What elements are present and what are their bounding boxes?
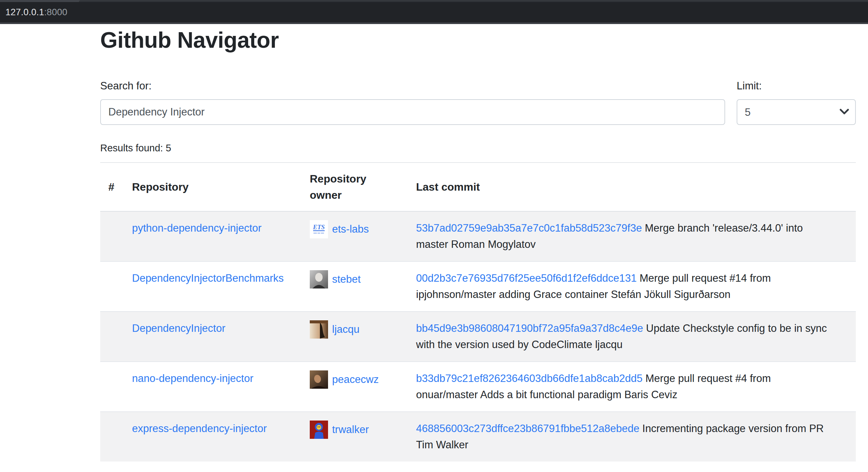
browser-url-bar[interactable]: 127.0.0.1:8000 xyxy=(0,2,868,22)
table-row: DependencyInjector ljacqu xyxy=(100,312,856,362)
owner-link[interactable]: ljacqu xyxy=(332,321,360,338)
owner-cell: trwalker xyxy=(310,421,400,439)
url-port: :8000 xyxy=(44,7,67,18)
table-row: python-dependency-injector ETS ets-labs xyxy=(100,211,856,261)
table-header-row: # Repository Repository owner Last commi… xyxy=(100,163,856,211)
url-host: 127.0.0.1 xyxy=(5,7,44,18)
lego-spaceman-avatar-icon xyxy=(310,421,328,439)
search-column: Search for: xyxy=(100,79,725,125)
col-header-repository: Repository xyxy=(124,163,302,211)
repo-link[interactable]: python-dependency-injector xyxy=(132,222,262,234)
row-index-cell xyxy=(100,362,124,412)
commit-hash-link[interactable]: 00d2b3c7e76935d76f25ee50f6d1f2ef6ddce131 xyxy=(416,272,637,284)
dark-portrait-avatar-icon xyxy=(310,370,328,389)
commit-hash-link[interactable]: bb45d9e3b98608047190bf72a95fa9a37d8c4e9e xyxy=(416,322,643,334)
browser-tab-strip xyxy=(0,0,868,2)
chrome-divider xyxy=(0,22,868,24)
limit-select-wrap: 5 xyxy=(737,99,856,125)
cat-photo-avatar-icon xyxy=(310,320,328,339)
owner-link[interactable]: trwalker xyxy=(332,422,369,438)
owner-cell: peacecwz xyxy=(310,370,400,389)
search-label: Search for: xyxy=(100,79,725,93)
repo-link[interactable]: DependencyInjectorBenchmarks xyxy=(132,272,284,284)
owner-link[interactable]: ets-labs xyxy=(332,221,369,237)
table-row: nano-dependency-injector peacecwz xyxy=(100,362,856,412)
repo-link[interactable]: express-dependency-injector xyxy=(132,423,267,434)
limit-label: Limit: xyxy=(737,79,856,93)
ets-labs-logo-icon: ETS xyxy=(310,220,328,238)
page-title: Github Navigator xyxy=(100,26,856,53)
col-header-index: # xyxy=(100,163,124,211)
controls-row: Search for: Limit: 5 xyxy=(100,79,856,125)
results-count: Results found: 5 xyxy=(100,141,856,155)
browser-active-tab[interactable] xyxy=(79,0,868,2)
owner-cell: ljacqu xyxy=(310,320,400,339)
table-row: express-dependency-injector trwalker xyxy=(100,412,856,462)
results-table: # Repository Repository owner Last commi… xyxy=(100,162,856,462)
table-row: DependencyInjectorBenchmarks stebet xyxy=(100,261,856,312)
commit-hash-link[interactable]: 468856003c273dffce23b86791fbbe512a8ebede xyxy=(416,423,639,434)
row-index-cell xyxy=(100,312,124,362)
search-input[interactable] xyxy=(100,99,725,125)
repo-link[interactable]: DependencyInjector xyxy=(132,322,225,334)
col-header-last-commit: Last commit xyxy=(408,163,856,211)
browser-chrome: 127.0.0.1:8000 xyxy=(0,0,868,24)
col-header-owner: Repository owner xyxy=(302,163,408,211)
owner-link[interactable]: peacecwz xyxy=(332,371,379,388)
owner-cell: ETS ets-labs xyxy=(310,220,400,238)
grayscale-portrait-avatar-icon xyxy=(310,270,328,288)
commit-hash-link[interactable]: b33db79c21ef8262364603db66dfe1ab8cab2dd5 xyxy=(416,372,643,384)
row-index-cell xyxy=(100,211,124,261)
main-content: Github Navigator Search for: Limit: 5 Re… xyxy=(0,26,856,462)
owner-link[interactable]: stebet xyxy=(332,271,361,287)
repo-link[interactable]: nano-dependency-injector xyxy=(132,372,253,384)
row-index-cell xyxy=(100,412,124,462)
limit-select[interactable]: 5 xyxy=(737,99,856,125)
commit-hash-link[interactable]: 53b7ad02759e9ab35a7e7c0c1fab58d523c79f3e xyxy=(416,222,642,234)
svg-text:ETS: ETS xyxy=(313,223,325,231)
limit-column: Limit: 5 xyxy=(737,79,856,125)
owner-cell: stebet xyxy=(310,270,400,288)
row-index-cell xyxy=(100,261,124,312)
